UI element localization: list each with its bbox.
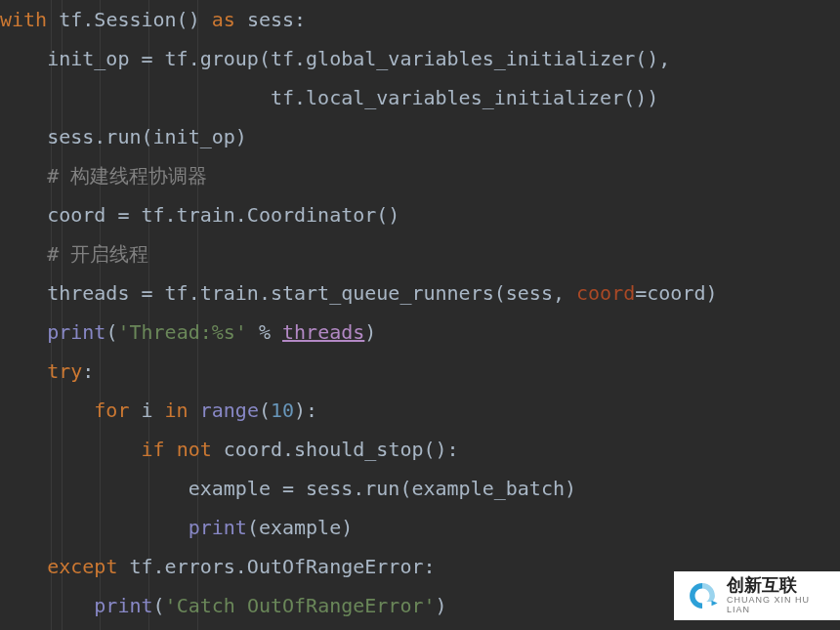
code-line: tf.local_variables_initializer())	[0, 78, 840, 117]
code-token: # 开启线程	[47, 242, 148, 266]
code-token	[189, 399, 200, 422]
code-token: %	[247, 320, 282, 344]
watermark-text-en: CHUANG XIN HU LIAN	[727, 596, 830, 615]
code-token: )	[436, 594, 447, 617]
code-token	[0, 516, 189, 539]
code-token: as	[212, 8, 235, 31]
code-token: sess.run(init_op)	[0, 125, 247, 148]
code-line: # 开启线程	[0, 234, 840, 273]
code-line: init_op = tf.group(tf.global_variables_i…	[0, 39, 840, 78]
code-token: print	[47, 320, 105, 344]
code-line: for i in range(10):	[0, 391, 840, 430]
code-token: 'Catch OutOfRangeError'	[165, 594, 436, 617]
code-token: sess:	[235, 8, 306, 31]
code-token: (	[153, 594, 165, 617]
code-line: example = sess.run(example_batch)	[0, 469, 840, 508]
code-token: init_op = tf.group(tf.global_variables_i…	[0, 47, 670, 70]
code-token	[0, 555, 47, 578]
code-token: (	[259, 399, 271, 422]
code-token: in	[165, 399, 189, 422]
code-token	[0, 164, 47, 188]
code-token: threads	[282, 320, 364, 344]
code-token: not	[177, 438, 212, 461]
code-line: sess.run(init_op)	[0, 117, 840, 156]
watermark-logo-icon	[686, 579, 719, 612]
code-token: range	[200, 399, 259, 422]
code-token: for	[94, 399, 129, 422]
code-line: if not coord.should_stop():	[0, 430, 840, 469]
code-token: ):	[294, 399, 317, 422]
code-token	[0, 438, 142, 461]
code-token: (	[105, 320, 117, 344]
code-token: # 构建线程协调器	[47, 164, 207, 188]
code-token: threads = tf.train.start_queue_runners(s…	[0, 281, 576, 305]
code-token: 'Thread:%s'	[117, 320, 246, 344]
code-line: coord = tf.train.Coordinator()	[0, 195, 840, 234]
code-block: with tf.Session() as sess: init_op = tf.…	[0, 0, 840, 625]
code-line: with tf.Session() as sess:	[0, 0, 840, 39]
code-token: tf.Session()	[47, 8, 212, 31]
code-token: except	[47, 555, 117, 578]
code-token: tf.errors.OutOfRangeError:	[117, 555, 435, 578]
code-token: =coord)	[635, 281, 717, 305]
code-token	[165, 438, 177, 461]
code-token: :	[82, 359, 94, 383]
code-token: with	[0, 8, 47, 31]
code-token: tf.local_variables_initializer())	[0, 86, 658, 109]
code-line: # 构建线程协调器	[0, 156, 840, 195]
watermark-text-cn: 创新互联	[727, 576, 830, 596]
code-token	[0, 359, 47, 383]
code-token	[0, 242, 47, 266]
code-line: threads = tf.train.start_queue_runners(s…	[0, 273, 840, 313]
code-token: i	[129, 399, 164, 422]
code-line: print(example)	[0, 508, 840, 547]
code-token	[0, 399, 94, 422]
code-token: 10	[271, 399, 294, 422]
code-token: coord	[576, 281, 635, 305]
code-token: coord.should_stop():	[212, 438, 459, 461]
code-token	[0, 320, 47, 344]
code-token: )	[364, 320, 376, 344]
code-token: print	[94, 594, 152, 617]
watermark: 创新互联 CHUANG XIN HU LIAN	[674, 571, 840, 620]
code-token: coord = tf.train.Coordinator()	[0, 203, 399, 227]
code-token: print	[189, 516, 247, 539]
code-token: if	[142, 438, 165, 461]
code-token: example = sess.run(example_batch)	[0, 477, 576, 500]
code-token: (example)	[247, 516, 353, 539]
code-line: print('Thread:%s' % threads)	[0, 313, 840, 352]
code-token	[0, 594, 94, 617]
code-line: try:	[0, 352, 840, 391]
svg-marker-0	[712, 601, 718, 606]
code-token: try	[47, 359, 82, 383]
